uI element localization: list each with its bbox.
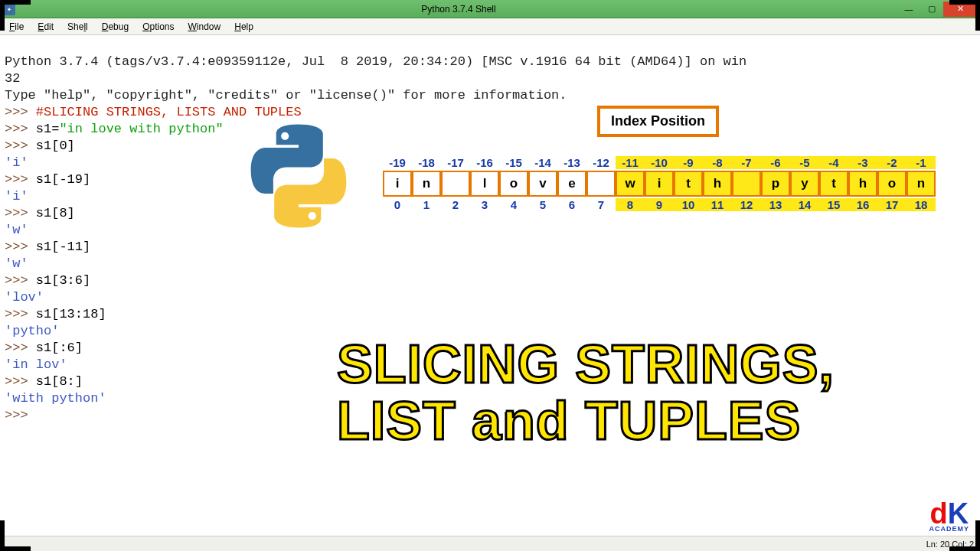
maximize-button[interactable]: ▢ (920, 2, 943, 17)
menu-shell[interactable]: Shell (61, 20, 94, 34)
output: 'pytho' (5, 324, 59, 338)
python-logo-icon (245, 122, 352, 230)
neg-index-cell: -17 (441, 156, 470, 169)
neg-index-cell: -4 (819, 156, 848, 169)
frame-corner (0, 520, 31, 551)
index-diagram: Index Position -19-18-17-16-15-14-13-12-… (383, 156, 936, 211)
prompt: >>> (5, 374, 36, 389)
output: 'i' (5, 189, 28, 204)
pos-index-cell: 10 (674, 198, 703, 211)
prompt: >>> (5, 206, 36, 220)
char-row: in love with python (383, 171, 936, 197)
banner-line: Type "help", "copyright", "credits" or "… (5, 88, 567, 103)
menubar: File Edit Shell Debug Options Window Hel… (0, 18, 980, 35)
output: 'w' (5, 256, 28, 271)
neg-index-cell: -3 (848, 156, 877, 169)
char-cell: o (877, 171, 906, 197)
menu-help[interactable]: Help (228, 20, 260, 34)
output: 'i' (5, 155, 28, 170)
window-title: Python 3.7.4 Shell (20, 4, 897, 15)
code: s1[3:6] (36, 273, 90, 288)
neg-index-cell: -14 (528, 156, 557, 169)
prompt: >>> (5, 122, 36, 136)
output: 'in lov' (5, 357, 67, 372)
pos-index-cell: 18 (906, 198, 936, 211)
pos-index-cell: 1 (412, 198, 441, 211)
menu-window[interactable]: Window (182, 20, 227, 34)
char-cell (586, 171, 616, 197)
thumbnail-title-line2: LIST and TUPLES (337, 393, 835, 450)
prompt: >>> (5, 105, 36, 119)
code: s1[:6] (36, 341, 83, 355)
prompt: >>> (5, 172, 36, 187)
prompt: >>> (5, 341, 36, 355)
menu-options[interactable]: Options (136, 20, 180, 34)
prompt: >>> (5, 408, 36, 422)
code: s1[0] (36, 139, 75, 153)
char-cell: n (906, 171, 936, 197)
char-cell: n (412, 171, 441, 197)
string: "in love with python" (59, 122, 223, 136)
prompt: >>> (5, 307, 36, 321)
frame-corner (0, 0, 31, 31)
pos-index-cell: 6 (557, 198, 586, 211)
neg-index-cell: -16 (470, 156, 499, 169)
pos-index-cell: 12 (732, 198, 761, 211)
code: s1[13:18] (36, 307, 106, 321)
pos-index-cell: 0 (383, 198, 412, 211)
banner-line: Python 3.7.4 (tags/v3.7.4:e09359112e, Ju… (5, 54, 746, 69)
menu-edit[interactable]: Edit (31, 20, 60, 34)
code: s1[8] (36, 206, 75, 220)
neg-index-cell: -13 (557, 156, 586, 169)
neg-index-cell: -19 (383, 156, 412, 169)
pos-index-cell: 5 (528, 198, 557, 211)
neg-index-cell: -6 (761, 156, 790, 169)
frame-corner (949, 0, 980, 31)
pos-index-cell: 4 (499, 198, 528, 211)
neg-index-cell: -5 (790, 156, 819, 169)
code: s1[-19] (36, 172, 90, 187)
char-cell: v (528, 171, 557, 197)
neg-index-cell: -12 (586, 156, 616, 169)
pos-index-cell: 13 (761, 198, 790, 211)
char-cell: i (383, 171, 412, 197)
char-cell: i (645, 171, 674, 197)
neg-index-cell: -10 (645, 156, 674, 169)
pos-index-cell: 14 (790, 198, 819, 211)
neg-index-cell: -1 (906, 156, 936, 169)
neg-index-cell: -15 (499, 156, 528, 169)
menu-debug[interactable]: Debug (96, 20, 135, 34)
frame-corner (949, 520, 980, 551)
minimize-button[interactable]: — (897, 2, 920, 17)
output: 'with python' (5, 391, 106, 406)
banner-line: 32 (5, 71, 20, 86)
prompt: >>> (5, 273, 36, 288)
char-cell: e (557, 171, 586, 197)
pos-index-cell: 17 (877, 198, 906, 211)
comment: #SLICING STRINGS, LISTS AND TUPLES (36, 105, 302, 119)
pos-index-cell: 3 (470, 198, 499, 211)
char-cell: h (703, 171, 732, 197)
window-titlebar: ✦ Python 3.7.4 Shell — ▢ ✕ (0, 0, 980, 18)
char-cell: w (616, 171, 645, 197)
statusbar: Ln: 20 Col: 2 (0, 536, 980, 551)
thumbnail-title: SLICING STRINGS, LIST and TUPLES (337, 337, 835, 449)
output: 'w' (5, 223, 28, 237)
code: s1[8:] (36, 374, 83, 389)
char-cell: o (499, 171, 528, 197)
char-cell: p (761, 171, 790, 197)
prompt: >>> (5, 240, 36, 254)
neg-index-cell: -9 (674, 156, 703, 169)
prompt: >>> (5, 139, 36, 153)
pos-index-cell: 7 (586, 198, 616, 211)
neg-index-cell: -2 (877, 156, 906, 169)
pos-index-cell: 2 (441, 198, 470, 211)
positive-index-row: 0123456789101112131415161718 (383, 198, 936, 211)
code: s1[-11] (36, 240, 90, 254)
neg-index-cell: -8 (703, 156, 732, 169)
neg-index-cell: -18 (412, 156, 441, 169)
negative-index-row: -19-18-17-16-15-14-13-12-11-10-9-8-7-6-5… (383, 156, 936, 169)
thumbnail-title-line1: SLICING STRINGS, (337, 337, 835, 393)
char-cell: t (819, 171, 848, 197)
char-cell: l (470, 171, 499, 197)
